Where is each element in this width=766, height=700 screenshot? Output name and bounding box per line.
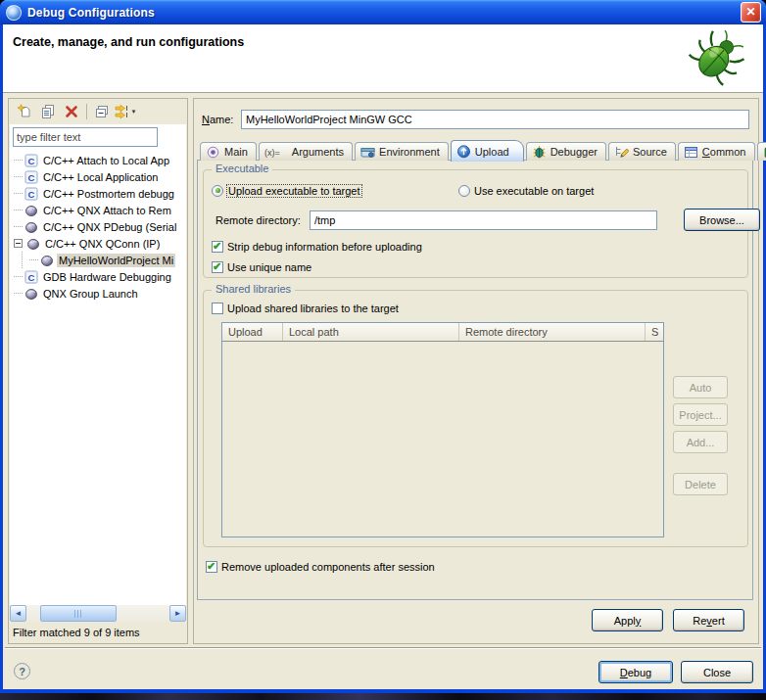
tab-label[interactable]: Main	[224, 146, 248, 158]
tab-environment[interactable]: Environment	[355, 142, 449, 161]
svg-text:C: C	[28, 271, 35, 282]
tree-row[interactable]: C/C++ QNX QConn (IP)	[10, 235, 186, 252]
collapse-all-button[interactable]	[90, 101, 114, 122]
tree-item-label[interactable]: MyHelloWorldProject Mi	[57, 254, 175, 267]
scrollbar-thumb[interactable]	[40, 605, 117, 622]
shared-libraries-group: Shared libraries Upload shared libraries…	[203, 290, 748, 547]
browse-button[interactable]: Browse...	[684, 209, 760, 231]
revert-button[interactable]: Revert	[673, 609, 744, 631]
tab-tools[interactable]: Tools	[757, 142, 766, 161]
duplicate-button[interactable]	[36, 101, 60, 122]
tree-item-label[interactable]: C/C++ Postmortem debugg	[41, 187, 176, 201]
tab-main[interactable]: Main	[200, 142, 257, 161]
tab-label[interactable]: Common	[702, 146, 746, 158]
scroll-left-icon[interactable]: ◄	[10, 605, 26, 622]
column-header[interactable]: Local path	[283, 323, 459, 341]
remove-components-checkbox[interactable]	[206, 561, 217, 573]
tree-row[interactable]: C C/C++ Postmortem debugg	[10, 185, 186, 202]
tab-label[interactable]: Environment	[379, 146, 440, 158]
dialog-icon	[6, 5, 22, 21]
window-title: Debug Configurations	[27, 6, 741, 20]
shared-libraries-table[interactable]: Upload Local path Remote directory S	[221, 322, 664, 537]
upload-executable-radio-label[interactable]: Upload executable to target	[227, 185, 361, 197]
remote-directory-input[interactable]	[310, 210, 657, 230]
tree-item-label[interactable]: C/C++ Local Application	[41, 170, 160, 184]
unique-name-checkbox-label[interactable]: Use unique name	[227, 261, 311, 273]
filter-status: Filter matched 9 of 9 items	[9, 622, 187, 643]
upload-executable-radio[interactable]	[212, 185, 223, 197]
tab-label[interactable]: Source	[633, 146, 667, 158]
tree-item-label[interactable]: C/C++ QNX Attach to Rem	[41, 204, 173, 217]
tab-arguments[interactable]: (x)= Arguments	[259, 142, 353, 161]
taskbar-sliver	[0, 693, 766, 700]
delete-button[interactable]	[60, 101, 83, 122]
close-button[interactable]: Close	[681, 661, 753, 683]
tab-debugger[interactable]: Debugger	[526, 142, 606, 161]
tree-row[interactable]: C/C++ QNX Attach to Rem	[10, 202, 186, 218]
tree-item-label[interactable]: GDB Hardware Debugging	[41, 270, 173, 284]
column-header[interactable]: Remote directory	[459, 323, 646, 341]
remove-components-checkbox-label[interactable]: Remove uploaded components after session	[221, 561, 435, 573]
qnx-icon	[26, 237, 40, 251]
filter-input[interactable]	[13, 127, 158, 147]
scroll-right-icon[interactable]: ►	[169, 605, 186, 622]
title-bar[interactable]: Debug Configurations ✕	[0, 0, 766, 24]
tree-row[interactable]: C/C++ QNX PDebug (Serial	[10, 218, 186, 235]
tree-item-label[interactable]: C/C++ QNX PDebug (Serial	[41, 220, 178, 234]
apply-button[interactable]: Apply	[592, 609, 663, 631]
new-configuration-button[interactable]	[13, 101, 36, 122]
upload-shared-checkbox-label[interactable]: Upload shared libraries to the target	[227, 303, 399, 314]
svg-text:(x)=: (x)=	[264, 148, 280, 158]
close-icon[interactable]: ✕	[741, 2, 761, 23]
toolbar-separator	[86, 104, 87, 119]
tree-row[interactable]: C C/C++ Attach to Local App	[10, 152, 186, 168]
help-button[interactable]: ?	[14, 663, 30, 679]
c-app-icon: C	[24, 270, 38, 284]
bug-image-icon	[687, 26, 747, 91]
environment-icon	[360, 145, 375, 160]
use-executable-radio-label[interactable]: Use executable on target	[474, 185, 594, 197]
tools-icon	[763, 145, 766, 160]
column-header[interactable]: Upload	[222, 323, 283, 341]
upload-icon	[456, 144, 471, 159]
collapse-all-icon	[94, 104, 110, 119]
upload-shared-checkbox[interactable]	[212, 303, 223, 314]
collapse-expander-icon[interactable]	[14, 239, 23, 248]
arguments-icon: (x)=	[264, 145, 288, 160]
column-header[interactable]: S	[646, 323, 663, 341]
project-button[interactable]: Project...	[673, 403, 728, 426]
unique-name-checkbox[interactable]	[212, 261, 223, 273]
debug-button[interactable]: Debug	[598, 661, 673, 683]
tree-row[interactable]: C GDB Hardware Debugging	[10, 268, 186, 285]
debug-configurations-dialog: Debug Configurations ✕ Create, manage, a…	[0, 0, 766, 693]
table-header-row: Upload Local path Remote directory S	[222, 323, 663, 342]
tree-row[interactable]: C C/C++ Local Application	[10, 168, 186, 185]
name-input[interactable]	[241, 110, 749, 129]
group-title: Executable	[212, 163, 272, 174]
tab-bar: Main (x)= Arguments Environment Upload	[200, 139, 766, 161]
tree-row-selected[interactable]: MyHelloWorldProject Mi	[10, 252, 186, 268]
tab-source[interactable]: Source	[608, 142, 676, 161]
tree-item-label[interactable]: C/C++ Attach to Local App	[41, 154, 171, 167]
filter-button[interactable]: ▼	[114, 101, 137, 122]
configurations-panel: ▼ C C/C++ Attach to Local App C	[8, 98, 188, 644]
tab-upload[interactable]: Upload	[451, 140, 524, 162]
horizontal-scrollbar[interactable]: ◄ ►	[10, 605, 186, 622]
tab-label[interactable]: Upload	[475, 146, 509, 158]
tree-item-label[interactable]: C/C++ QNX QConn (IP)	[43, 237, 162, 251]
chevron-down-icon[interactable]: ▼	[131, 109, 137, 115]
auto-button[interactable]: Auto	[673, 376, 728, 398]
tab-common[interactable]: Common	[678, 142, 755, 161]
tab-label[interactable]: Debugger	[551, 146, 598, 158]
tab-label[interactable]: Arguments	[292, 146, 344, 158]
delete-button[interactable]: Delete	[673, 473, 728, 495]
scrollbar-track[interactable]	[26, 605, 169, 622]
name-label: Name:	[202, 114, 241, 125]
main-icon	[206, 145, 220, 160]
tree-item-label[interactable]: QNX Group Launch	[41, 287, 140, 301]
strip-debug-checkbox[interactable]	[212, 241, 223, 253]
use-executable-radio[interactable]	[458, 185, 470, 197]
tree-row[interactable]: QNX Group Launch	[10, 285, 186, 302]
add-button[interactable]: Add...	[673, 431, 728, 453]
strip-debug-checkbox-label[interactable]: Strip debug information before uploading	[227, 241, 422, 253]
